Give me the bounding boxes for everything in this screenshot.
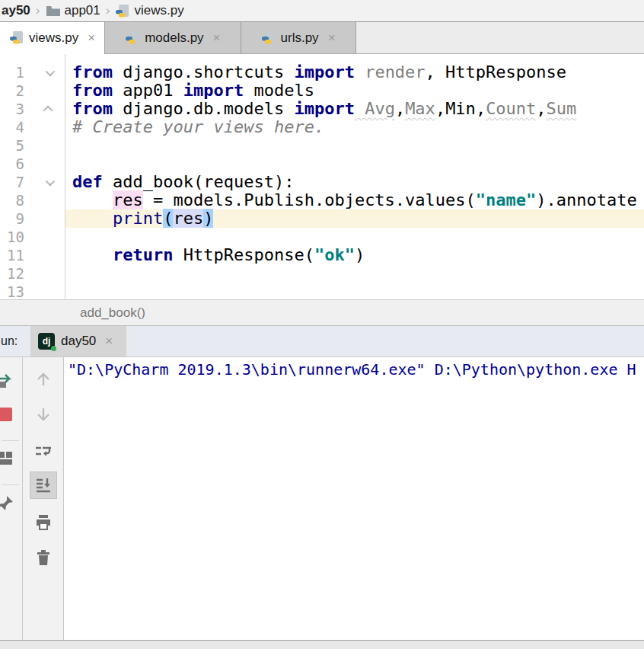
code-line[interactable] [65,155,644,173]
code-token: ) [203,209,213,228]
structure-nav-bar: add_book() [0,299,644,325]
gutter-row: 7 [0,173,65,191]
fold-icon[interactable] [46,176,56,186]
code-line[interactable] [65,136,644,155]
code-line[interactable] [65,264,644,283]
code-token: Max [405,99,435,118]
run-label: un: [0,334,24,348]
code-token: HttpResponse( [173,245,314,264]
close-icon[interactable]: × [105,334,113,349]
pin-icon[interactable] [0,494,14,513]
code-token: return [113,245,173,264]
breadcrumb-file[interactable]: views.py [134,3,183,18]
code-token: import [183,81,244,100]
fold-icon[interactable] [43,105,53,115]
line-number: 10 [0,229,24,245]
console-output[interactable]: "D:\PyCharm 2019.1.3\bin\runnerw64.exe" … [64,357,644,640]
soft-wrap-icon[interactable] [34,443,53,461]
code-token: from [72,81,113,100]
code-token: Count [486,99,536,118]
code-token: , [536,99,546,118]
gutter-row: 10 [0,228,65,246]
gutter-row: 3 [0,100,65,118]
down-arrow-icon[interactable] [34,405,53,424]
breadcrumb-project[interactable]: ay50 [2,3,30,18]
fold-icon[interactable] [46,66,56,76]
django-icon: dj [38,333,55,350]
line-number: 2 [0,82,24,99]
toolbar-separator [2,440,19,441]
run-toolbar-left [0,357,23,640]
line-number: 9 [0,210,24,227]
line-number: 4 [0,119,24,136]
current-function-label[interactable]: add_book() [80,305,145,321]
toolbar-separator [2,484,19,485]
editor-tab-bar: views.py × models.py × urls.py × [0,22,644,54]
code-line[interactable]: from django.shortcuts import render, Htt… [65,63,644,82]
code-editor[interactable]: 12345678910111213 from django.shortcuts … [0,54,644,299]
run-toolbar-console [23,357,64,640]
code-token: ) [355,245,365,264]
tab-views-py[interactable]: views.py × [0,22,105,54]
breadcrumb-package[interactable]: app01 [65,3,100,18]
code-token: import [294,62,354,82]
gutter-row: 11 [0,246,65,264]
code-token [72,209,113,228]
code-line[interactable]: from django.db.models import Avg,Max,Min… [65,100,644,118]
code-token: render [355,62,426,82]
run-tab-day50[interactable]: dj day50 × [30,326,126,356]
code-token: Min [445,99,476,118]
code-token: , [476,99,486,118]
code-line[interactable]: from app01 import models [65,82,644,100]
code-token: res [173,209,203,228]
code-token: "ok" [314,245,355,264]
run-tool-tab-strip: un: dj day50 × [0,325,644,357]
code-line[interactable] [65,228,644,246]
folder-icon [46,4,61,18]
editor-code[interactable]: from django.shortcuts import render, Htt… [65,54,644,299]
code-line[interactable]: res = models.Publish.objects.values("nam… [65,191,644,209]
run-tab-label: day50 [61,334,96,349]
tab-label: models.py [145,30,203,46]
code-token: django.db.models [113,99,294,118]
close-icon[interactable]: × [328,30,336,46]
code-token: "name" [476,190,536,209]
code-token [72,245,113,264]
close-icon[interactable]: × [213,30,221,46]
code-token: , [435,99,445,118]
python-file-icon [125,30,140,46]
gutter-row: 12 [0,264,65,283]
code-token [72,190,113,209]
code-line[interactable]: print(res) [65,209,644,228]
stop-icon[interactable] [0,405,14,424]
code-token: app01 [113,81,183,100]
code-token: def [72,172,103,191]
chevron-right-icon: › [34,3,42,18]
rerun-icon[interactable] [0,372,14,390]
gutter-row: 6 [0,155,65,173]
close-icon[interactable]: × [88,30,95,46]
line-number: 13 [0,283,24,299]
code-token: from [72,62,113,82]
scroll-to-end-icon[interactable] [30,472,57,499]
code-line[interactable]: # Create your views here. [65,118,644,136]
code-token: add_book(request): [103,172,295,191]
print-icon[interactable] [34,513,53,532]
tab-models-py[interactable]: models.py × [105,22,241,53]
gutter-row: 5 [0,136,65,155]
tab-label: urls.py [281,30,319,46]
code-line[interactable] [65,283,644,299]
tab-urls-py[interactable]: urls.py × [241,22,356,53]
line-number: 8 [0,192,24,209]
code-token: ).annotate [536,190,636,209]
python-file-icon [115,4,130,18]
gutter-row: 8 [0,191,65,209]
code-token: , HttpResponse [426,62,566,82]
code-token: , [395,99,405,118]
layout-icon[interactable] [0,449,14,468]
up-arrow-icon[interactable] [34,370,53,388]
line-number: 1 [0,64,24,81]
clear-trash-icon[interactable] [34,548,53,567]
code-line[interactable]: def add_book(request): [65,173,644,191]
code-line[interactable]: return HttpResponse("ok") [65,246,644,264]
